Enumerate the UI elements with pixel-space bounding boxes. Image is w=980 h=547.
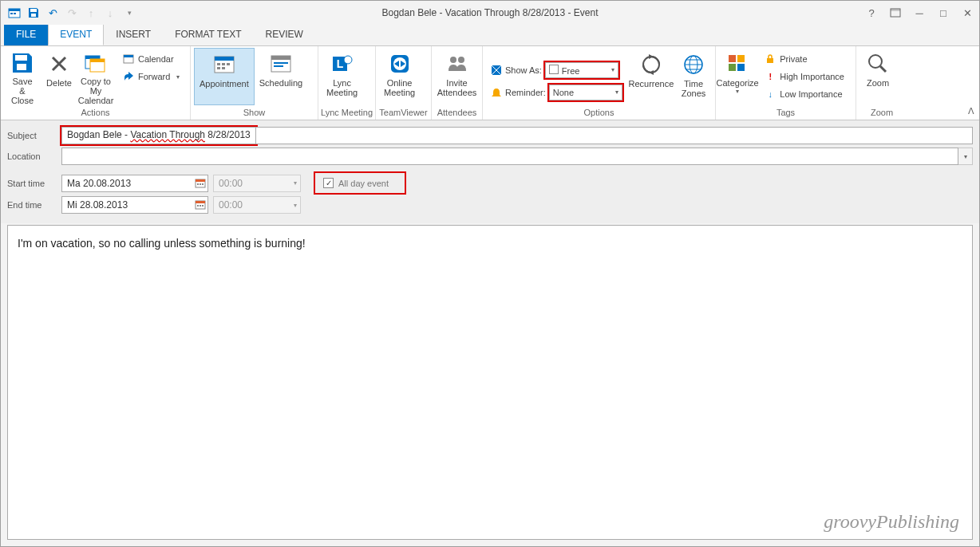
- reminder-dropdown[interactable]: None ▾: [549, 85, 622, 100]
- recurrence-button[interactable]: Recurrence: [627, 49, 675, 106]
- body-text: I'm on vacation, so no calling unless so…: [18, 237, 306, 250]
- exclamation-icon: !: [764, 70, 776, 83]
- start-date-input[interactable]: Ma 20.08.2013: [61, 175, 208, 192]
- event-body[interactable]: I'm on vacation, so no calling unless so…: [7, 225, 973, 540]
- calendar-picker-icon[interactable]: [195, 178, 206, 189]
- reminder-bell-icon: [491, 87, 502, 98]
- svg-rect-18: [217, 63, 220, 65]
- location-input[interactable]: [61, 148, 958, 165]
- svg-rect-51: [202, 183, 204, 185]
- online-meeting-button[interactable]: Online Meeting: [379, 48, 420, 105]
- forward-icon: [122, 70, 135, 83]
- private-button[interactable]: Private: [761, 51, 848, 67]
- scheduling-button[interactable]: Scheduling: [255, 48, 307, 105]
- group-label-options: Options: [483, 108, 715, 120]
- calendar-picker-icon[interactable]: [195, 199, 206, 211]
- appointment-button[interactable]: Appointment: [194, 48, 255, 105]
- ribbon: Save & Close Delete Copy to My Calendar …: [1, 45, 979, 120]
- collapse-ribbon-icon[interactable]: ᐱ: [968, 106, 974, 116]
- attendees-icon: [445, 51, 470, 77]
- svg-rect-25: [274, 62, 288, 64]
- scheduling-icon: [268, 51, 294, 77]
- location-dropdown[interactable]: ▾: [958, 148, 973, 165]
- svg-rect-41: [737, 55, 745, 62]
- ribbon-display-icon[interactable]: [887, 4, 904, 22]
- svg-rect-48: [196, 179, 205, 182]
- subject-input[interactable]: Bogdan Bele - Vacation Through 8/28/2013: [61, 127, 256, 144]
- tab-event[interactable]: EVENT: [48, 24, 104, 45]
- categorize-button[interactable]: Categorize ▾: [719, 48, 756, 105]
- minimize-icon[interactable]: ─: [911, 4, 928, 22]
- svg-rect-20: [227, 63, 230, 65]
- invite-attendees-button[interactable]: Invite Attendees: [435, 48, 479, 105]
- svg-rect-13: [90, 59, 105, 62]
- show-as-label: Show As:: [505, 65, 542, 75]
- svg-rect-5: [31, 14, 36, 17]
- svg-point-29: [344, 56, 352, 64]
- svg-rect-22: [222, 67, 225, 69]
- tab-format-text[interactable]: FORMAT TEXT: [163, 24, 253, 45]
- arrow-down-icon: ↓: [764, 88, 776, 100]
- group-label-actions: Actions: [1, 108, 190, 120]
- svg-point-32: [450, 57, 456, 63]
- show-as-icon: [491, 65, 502, 76]
- svg-rect-21: [217, 67, 220, 69]
- tab-review[interactable]: REVIEW: [254, 24, 315, 45]
- svg-rect-19: [222, 63, 225, 65]
- lock-icon: [764, 53, 776, 65]
- tab-insert[interactable]: INSERT: [104, 24, 163, 45]
- svg-text:L: L: [336, 57, 343, 70]
- qat-customize-dropdown[interactable]: ▾: [121, 4, 138, 22]
- high-importance-button[interactable]: ! High Importance: [761, 69, 848, 85]
- svg-rect-43: [737, 64, 745, 71]
- qat-save-icon[interactable]: [25, 4, 42, 22]
- svg-line-46: [880, 66, 886, 72]
- time-zones-button[interactable]: Time Zones: [675, 49, 712, 106]
- svg-rect-9: [17, 64, 26, 70]
- end-time-label: End time: [7, 200, 61, 210]
- group-label-tags: Tags: [716, 108, 856, 120]
- copy-to-calendar-button[interactable]: Copy to My Calendar: [77, 48, 114, 105]
- svg-rect-49: [197, 183, 199, 185]
- subject-input-ext[interactable]: [256, 127, 973, 144]
- svg-rect-7: [891, 9, 900, 11]
- all-day-checkbox-wrap[interactable]: ✓ All day event: [315, 173, 405, 193]
- help-icon[interactable]: ?: [863, 4, 880, 22]
- subject-label: Subject: [7, 131, 61, 140]
- svg-rect-4: [30, 9, 37, 12]
- forward-button[interactable]: Forward: [119, 69, 183, 85]
- group-label-teamviewer: TeamViewer: [376, 108, 431, 120]
- svg-rect-3: [14, 13, 16, 14]
- calendar-button[interactable]: Calendar: [119, 51, 183, 67]
- show-as-dropdown[interactable]: Free ▾: [545, 62, 618, 78]
- save-and-close-button[interactable]: Save & Close: [4, 48, 41, 105]
- qat-prev-icon: ↑: [82, 4, 100, 22]
- maximize-icon[interactable]: □: [935, 4, 952, 22]
- svg-rect-17: [215, 57, 234, 61]
- svg-rect-1: [9, 9, 20, 11]
- end-time-input: 00:00▾: [213, 196, 301, 214]
- close-icon[interactable]: ✕: [958, 4, 976, 22]
- recurrence-icon: [638, 52, 664, 77]
- tab-file[interactable]: FILE: [4, 24, 48, 45]
- start-time-label: Start time: [7, 179, 61, 188]
- svg-rect-2: [10, 13, 13, 14]
- qat-undo-icon[interactable]: ↶: [44, 4, 61, 22]
- magnifier-icon: [865, 51, 891, 77]
- titlebar: ↶ ↷ ↑ ↓ ▾ Bogdan Bele - Vacation Through…: [1, 1, 979, 25]
- lync-meeting-button[interactable]: L Lync Meeting: [322, 48, 362, 105]
- svg-rect-53: [196, 201, 205, 203]
- svg-rect-26: [274, 65, 283, 67]
- low-importance-button[interactable]: ↓ Low Importance: [761, 86, 848, 102]
- zoom-button[interactable]: Zoom: [859, 48, 896, 105]
- checkbox-checked-icon[interactable]: ✓: [323, 178, 334, 188]
- delete-button[interactable]: Delete: [41, 48, 77, 105]
- reminder-label: Reminder:: [505, 88, 546, 97]
- watermark: groovyPublishing: [824, 511, 959, 533]
- qat-calendar-icon[interactable]: [6, 4, 23, 22]
- tab-row: FILE EVENT INSERT FORMAT TEXT REVIEW: [1, 25, 979, 45]
- calendar-small-icon: [122, 53, 135, 65]
- end-date-input[interactable]: Mi 28.08.2013: [61, 196, 208, 214]
- svg-rect-50: [200, 183, 201, 185]
- svg-point-33: [458, 57, 464, 63]
